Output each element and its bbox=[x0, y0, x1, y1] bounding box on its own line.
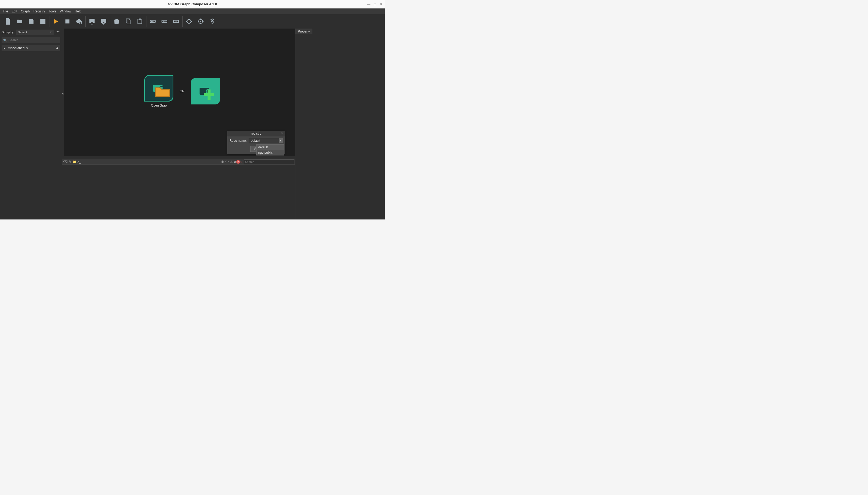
svg-rect-11 bbox=[139, 18, 141, 20]
svg-rect-10 bbox=[138, 19, 142, 23]
toolbar-separator bbox=[146, 16, 146, 27]
toolbar: + bbox=[0, 14, 385, 29]
window-titlebar: NVIDIA Graph Composer 4.1.0 — □ ✕ bbox=[0, 0, 385, 8]
svg-rect-16 bbox=[162, 20, 167, 23]
window-close-icon[interactable]: ✕ bbox=[380, 2, 383, 6]
window-minimize-icon[interactable]: — bbox=[367, 2, 370, 6]
group-by-label: Group by: bbox=[2, 31, 14, 34]
window-title: NVIDIA Graph Composer 4.1.0 bbox=[168, 2, 217, 6]
more-3dots-icon[interactable] bbox=[147, 16, 159, 27]
dialog-titlebar[interactable]: registry ✕ bbox=[227, 131, 285, 136]
repo-name-label: Repo name: bbox=[229, 139, 247, 142]
repo-option-default[interactable]: default bbox=[256, 144, 284, 150]
group-by-select[interactable]: Default ▼ bbox=[16, 30, 54, 35]
chevron-down-icon: ▼ bbox=[50, 31, 52, 34]
play-icon[interactable] bbox=[50, 16, 61, 27]
menu-window[interactable]: Window bbox=[58, 9, 73, 14]
download-box-icon[interactable] bbox=[86, 16, 98, 27]
svg-point-18 bbox=[165, 21, 165, 22]
console-output[interactable] bbox=[62, 165, 295, 220]
stop-icon[interactable] bbox=[61, 16, 73, 27]
welcome-tiles: Open Grap OR bbox=[144, 75, 220, 107]
tree-item-miscellaneous[interactable]: ▶ Miscellaneous 4 bbox=[2, 45, 60, 51]
save-disk-icon[interactable] bbox=[25, 16, 37, 27]
center-column: ◀ Open Grap OR bbox=[62, 29, 295, 220]
folder-icon bbox=[155, 85, 171, 99]
component-panel: Group by: Default ▼ 🔍 ▶ Miscellaneous 4 bbox=[0, 29, 62, 220]
console-error-icon[interactable]: ✕ bbox=[236, 160, 240, 164]
target-dot-icon[interactable] bbox=[195, 16, 207, 27]
console-warning-icon[interactable]: ⚠ bbox=[230, 160, 234, 164]
cloud-check-icon[interactable] bbox=[73, 16, 85, 27]
copy-icon[interactable] bbox=[122, 16, 134, 27]
console-search[interactable] bbox=[244, 159, 294, 164]
repo-option-ngc-public[interactable]: ngc-public bbox=[256, 150, 284, 155]
dialog-close-icon[interactable]: ✕ bbox=[281, 132, 283, 135]
console-search-input[interactable] bbox=[245, 160, 293, 164]
component-search-input[interactable] bbox=[8, 38, 59, 42]
property-panel: Property bbox=[295, 29, 385, 220]
menu-registry[interactable]: Registry bbox=[32, 9, 47, 14]
console-edit-icon[interactable]: ✎ bbox=[69, 160, 72, 164]
group-by-value: Default bbox=[18, 31, 27, 34]
open-graph-tile[interactable] bbox=[144, 75, 173, 102]
svg-point-13 bbox=[151, 21, 152, 22]
repo-name-value: default bbox=[251, 139, 260, 142]
upload-box-icon[interactable] bbox=[98, 16, 109, 27]
svg-point-23 bbox=[200, 21, 201, 22]
menu-bar: File Edit Graph Registry Tools Window He… bbox=[0, 8, 385, 14]
svg-rect-2 bbox=[65, 19, 69, 23]
svg-point-15 bbox=[154, 21, 154, 22]
console-warning-count: 0 bbox=[234, 160, 236, 164]
welcome-or: OR bbox=[180, 89, 184, 93]
new-file-icon[interactable]: + bbox=[2, 16, 14, 27]
tree-item-count: 4 bbox=[56, 46, 58, 50]
paste-icon[interactable] bbox=[134, 16, 146, 27]
graph-canvas[interactable]: Open Grap OR registry ✕ bbox=[64, 29, 295, 156]
console-snow-icon[interactable]: ✱ bbox=[221, 160, 225, 164]
component-search[interactable]: 🔍 bbox=[2, 37, 60, 44]
console-clear-icon[interactable]: ⌫ bbox=[63, 160, 68, 164]
more-2dots-icon[interactable] bbox=[159, 16, 170, 27]
new-graph-tile[interactable] bbox=[191, 78, 220, 104]
svg-point-21 bbox=[187, 19, 191, 23]
target-icon[interactable] bbox=[183, 16, 195, 27]
svg-point-14 bbox=[152, 21, 153, 22]
menu-graph[interactable]: Graph bbox=[19, 9, 32, 14]
console-error-count: 0 bbox=[241, 160, 242, 164]
menu-tools[interactable]: Tools bbox=[47, 9, 58, 14]
window-maximize-icon[interactable]: □ bbox=[374, 2, 376, 6]
svg-rect-9 bbox=[127, 20, 130, 24]
toolbar-separator bbox=[182, 16, 183, 27]
close-file-icon[interactable] bbox=[37, 16, 49, 27]
menu-help[interactable]: Help bbox=[73, 9, 83, 14]
repo-name-select[interactable]: default ▼ bbox=[249, 138, 283, 143]
svg-point-17 bbox=[163, 21, 164, 22]
search-icon: 🔍 bbox=[3, 39, 7, 42]
chevron-right-icon: ▶ bbox=[4, 47, 5, 49]
trash-icon[interactable] bbox=[111, 16, 122, 27]
menu-file[interactable]: File bbox=[1, 9, 10, 14]
svg-point-20 bbox=[176, 21, 176, 22]
console-folder-icon[interactable]: 📁 bbox=[72, 160, 77, 164]
console-toolbar: ⌫ ✎ 📁 >_ ✱ ⓘ ⚠ 0 ✕ 0 bbox=[62, 159, 295, 165]
console-info-icon[interactable]: ⓘ bbox=[225, 159, 229, 164]
more-1dot-icon[interactable] bbox=[170, 16, 182, 27]
plus-icon bbox=[201, 88, 217, 102]
console-prompt-icon[interactable]: >_ bbox=[77, 160, 82, 164]
panel-collapse-handle[interactable]: ◀ bbox=[61, 88, 64, 99]
toolbar-separator bbox=[85, 16, 86, 27]
open-folder-icon[interactable] bbox=[14, 16, 25, 27]
open-graph-label: Open Grap bbox=[144, 104, 173, 107]
cube-stack-icon[interactable] bbox=[207, 16, 218, 27]
refresh-icon[interactable] bbox=[55, 30, 60, 35]
canvas-area: ◀ Open Grap OR bbox=[62, 29, 295, 159]
chevron-down-icon: ▼ bbox=[279, 138, 283, 143]
menu-edit[interactable]: Edit bbox=[10, 9, 19, 14]
property-tab[interactable]: Property bbox=[295, 29, 313, 34]
svg-text:+: + bbox=[9, 18, 11, 21]
repo-name-dropdown: default ngc-public bbox=[256, 144, 284, 155]
tree-item-label: Miscellaneous bbox=[8, 46, 54, 50]
dialog-title: registry bbox=[251, 132, 261, 135]
